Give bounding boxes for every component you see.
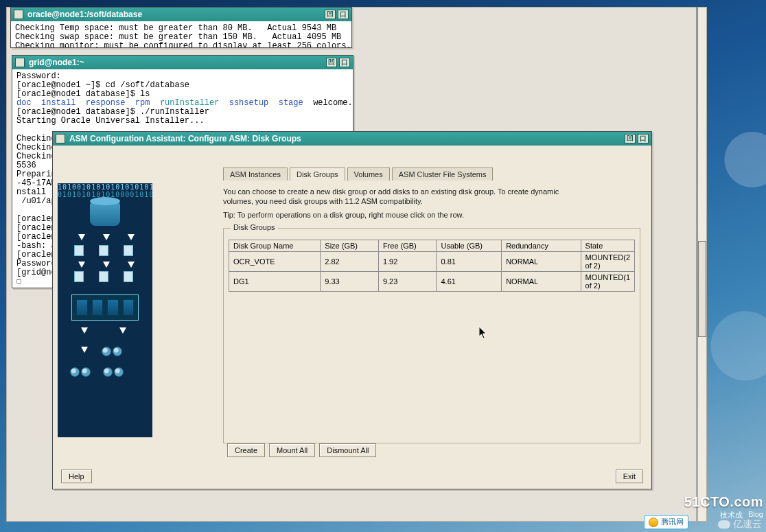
database-icon — [90, 201, 120, 226]
col-redundancy[interactable]: Redundancy — [502, 240, 581, 252]
window-menu-icon[interactable] — [56, 134, 65, 143]
exit-button[interactable]: Exit — [616, 470, 643, 483]
terminal-oracle-titlebar[interactable]: oracle@node1:/soft/database 凹 口 — [11, 8, 351, 21]
asm-config-window[interactable]: ASM Configuration Assistant: Configure A… — [52, 131, 652, 489]
cell-free: 9.23 — [378, 272, 437, 292]
asm-body: 10100101010101010101 0101010101010000101… — [53, 146, 651, 489]
dismount-all-button[interactable]: Dismount All — [319, 443, 376, 457]
cell-state: MOUNTED(1 of 2) — [581, 272, 634, 292]
tab-asm-cluster-fs[interactable]: ASM Cluster File Systems — [392, 167, 494, 181]
window-menu-icon[interactable] — [15, 58, 25, 67]
col-name[interactable]: Disk Group Name — [229, 240, 321, 252]
cloud-icon — [718, 520, 730, 529]
create-button[interactable]: Create — [227, 443, 265, 457]
qq-label: 腾讯网 — [661, 517, 684, 527]
ls-entry: response — [86, 98, 126, 108]
ls-entry: stage — [279, 98, 303, 108]
table-row[interactable]: OCR_VOTE 2.82 1.92 0.81 NORMAL MOUNTED(2… — [229, 252, 635, 272]
asm-description-tip: Tip: To perform operations on a disk gro… — [223, 210, 579, 220]
minimize-button[interactable]: 凹 — [326, 58, 337, 67]
col-usable[interactable]: Usable (GB) — [437, 240, 502, 252]
cell-free: 1.92 — [378, 252, 437, 272]
cell-size: 2.82 — [321, 252, 379, 272]
yisu-watermark: 亿速云 — [718, 518, 762, 531]
cell-state: MOUNTED(2 of 2) — [581, 252, 634, 272]
vertical-scrollbar[interactable] — [697, 7, 707, 522]
cell-usable: 4.61 — [437, 272, 502, 292]
maximize-button[interactable]: 口 — [339, 58, 350, 67]
ls-entry: rpm — [135, 98, 150, 108]
terminal-line: Checking Temp space: must be greater tha… — [15, 23, 351, 33]
scrollbar-thumb[interactable] — [698, 241, 706, 337]
terminal-line: Checking monitor: must be configured to … — [15, 41, 351, 47]
mouse-cursor-icon — [479, 327, 487, 339]
storage-rack-icon — [71, 294, 139, 321]
ls-entry: doc — [16, 98, 32, 108]
cto-text: 51CTO.com — [684, 494, 763, 510]
ls-entry: welcome.html — [313, 98, 353, 108]
terminal-oracle-body[interactable]: Checking Temp space: must be greater tha… — [11, 21, 351, 47]
ls-entry: install — [41, 98, 76, 108]
terminal-text: Password: [oracle@node1 ~]$ cd /soft/dat… — [16, 71, 189, 99]
yisu-text: 亿速云 — [733, 518, 762, 531]
help-button[interactable]: Help — [61, 470, 92, 483]
tab-disk-groups[interactable]: Disk Groups — [290, 167, 345, 181]
terminal-line: Checking swap space: must be greater tha… — [15, 32, 351, 42]
terminal-grid-titlebar[interactable]: grid@node1:~ 凹 口 — [12, 56, 353, 69]
table-row[interactable]: DG1 9.33 9.23 4.61 NORMAL MOUNTED(1 of 2… — [229, 272, 635, 292]
table-header-row: Disk Group Name Size (GB) Free (GB) Usab… — [229, 240, 635, 252]
tab-asm-instances[interactable]: ASM Instances — [223, 167, 288, 181]
cell-redundancy: NORMAL — [502, 272, 581, 292]
mount-all-button[interactable]: Mount All — [269, 443, 315, 457]
disk-groups-table[interactable]: Disk Group Name Size (GB) Free (GB) Usab… — [229, 240, 635, 292]
terminal-oracle-window[interactable]: oracle@node1:/soft/database 凹 口 Checking… — [10, 7, 352, 48]
minimize-button[interactable]: 凹 — [625, 134, 636, 143]
terminal-oracle-title: oracle@node1:/soft/database — [27, 10, 323, 19]
col-state[interactable]: State — [581, 240, 634, 252]
minimize-button[interactable]: 凹 — [325, 10, 336, 19]
ls-entry: runInstaller — [160, 98, 219, 108]
maximize-button[interactable]: 口 — [638, 134, 649, 143]
asm-description-1: You can choose to create a new disk grou… — [223, 187, 579, 206]
disk-groups-fieldset: Disk Groups Disk Group Name Size (GB) Fr… — [223, 228, 640, 443]
cell-redundancy: NORMAL — [502, 252, 581, 272]
fieldset-legend: Disk Groups — [231, 223, 278, 231]
asm-titlebar[interactable]: ASM Configuration Assistant: Configure A… — [53, 132, 651, 146]
maximize-button[interactable]: 口 — [338, 10, 349, 19]
cto-watermark: 51CTO.com 技术成 Blog — [684, 494, 763, 520]
window-menu-icon[interactable] — [14, 10, 23, 19]
terminal-grid-title: grid@node1:~ — [29, 58, 324, 67]
cell-size: 9.33 — [321, 272, 379, 292]
qq-tencent-badge[interactable]: 腾讯网 — [644, 515, 688, 529]
ls-entry: sshsetup — [229, 98, 269, 108]
col-size[interactable]: Size (GB) — [321, 240, 379, 252]
col-free[interactable]: Free (GB) — [378, 240, 437, 252]
tab-volumes[interactable]: Volumes — [347, 167, 390, 181]
world-map-silhouette — [697, 0, 766, 532]
cell-name: OCR_VOTE — [229, 252, 321, 272]
binary-decoration: 10100101010101010101 — [58, 183, 152, 191]
cell-name: DG1 — [229, 272, 321, 292]
asm-tabs: ASM Instances Disk Groups Volumes ASM Cl… — [223, 165, 646, 180]
disk-group-action-buttons: Create Mount All Dismount All — [227, 443, 376, 457]
qq-icon — [649, 518, 658, 527]
cell-usable: 0.81 — [437, 252, 502, 272]
asm-sidebar-illustration: 10100101010101010101 0101010101010000101… — [58, 183, 152, 437]
asm-main-panel: ASM Instances Disk Groups Volumes ASM Cl… — [156, 152, 646, 482]
asm-title: ASM Configuration Assistant: Configure A… — [69, 134, 623, 143]
